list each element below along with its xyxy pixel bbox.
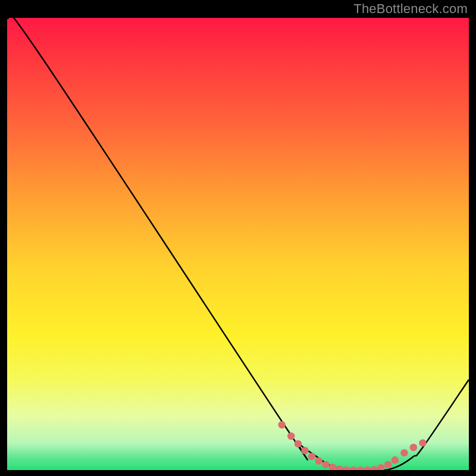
optimal-dot [295,440,302,447]
optimal-dot [343,466,350,473]
optimal-dot [419,439,426,446]
optimal-dot [329,464,336,471]
optimal-dot [371,466,378,473]
optimal-dot [308,453,315,460]
optimal-dot [336,465,343,472]
optimal-band [7,466,469,470]
optimal-dot [364,466,371,474]
optimal-dot [392,456,399,464]
optimal-dot [384,461,392,468]
optimal-dot [287,433,295,440]
optimal-dot [377,464,384,471]
optimal-dot [356,466,364,474]
optimal-dot [400,449,408,456]
optimal-dot [410,444,417,451]
heat-gradient [7,18,469,470]
optimal-dot [315,458,322,465]
bottleneck-chart [0,0,476,476]
optimal-dot [350,466,357,474]
chart-stage: TheBottleneck.com [0,0,476,476]
optimal-dot [278,421,286,428]
optimal-dot [322,461,329,468]
optimal-dot [301,447,308,454]
